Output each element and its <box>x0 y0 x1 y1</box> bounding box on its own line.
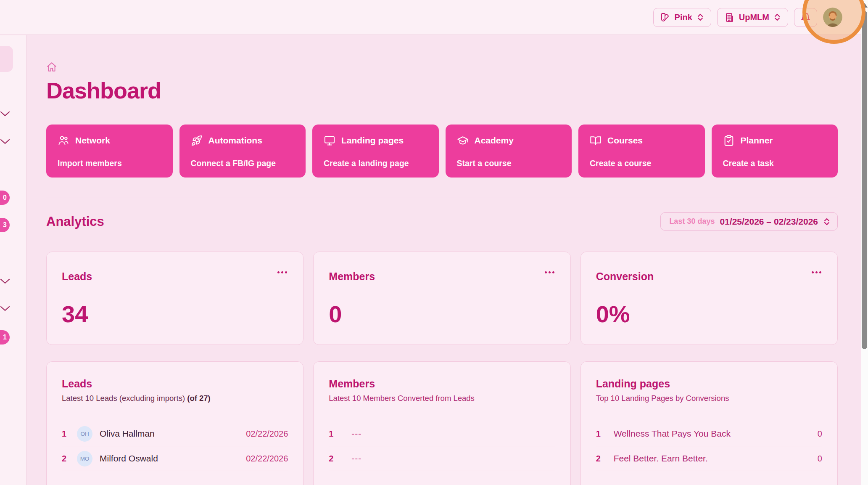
row-rank: 1 <box>62 429 74 439</box>
rocket-icon <box>191 135 203 146</box>
stat-value: 34 <box>62 300 288 328</box>
quick-action-courses[interactable]: Courses Create a course <box>578 125 705 178</box>
chevron-down-icon[interactable] <box>0 306 10 312</box>
conversion-count: 0 <box>818 429 822 439</box>
row-rank: 2 <box>329 454 341 464</box>
lead-date: 02/22/2026 <box>246 454 288 464</box>
row-rank: 2 <box>62 454 74 464</box>
notifications-button[interactable] <box>794 8 817 27</box>
lead-row[interactable]: 2 MO Milford Oswald 02/22/2026 <box>62 446 288 471</box>
chevron-down-icon[interactable] <box>0 139 10 145</box>
scrollbar-thumb[interactable] <box>862 11 867 349</box>
list-card-members: Members Latest 10 Members Converted from… <box>313 361 570 485</box>
stats-row: Leads 34 Members 0 Conversion 0% <box>46 252 838 345</box>
conversion-count: 0 <box>818 454 822 464</box>
chevron-updown-icon <box>773 13 781 21</box>
monitor-icon <box>324 135 335 146</box>
people-icon <box>58 135 69 146</box>
section-divider <box>46 198 838 198</box>
landing-page-name: Feel Better. Earn Better. <box>614 453 818 464</box>
workspace-selector-label: UpMLM <box>739 13 769 22</box>
quick-action-subtitle: Create a task <box>723 159 827 168</box>
initials-avatar: OH <box>77 426 92 442</box>
quick-action-planner[interactable]: Planner Create a task <box>712 125 838 178</box>
quick-actions-row: Network Import members Automations Conne… <box>46 125 838 178</box>
quick-action-title: Academy <box>475 135 514 146</box>
home-icon[interactable] <box>46 61 57 72</box>
top-header: Pink UpMLM <box>0 0 861 35</box>
stat-card-conversion: Conversion 0% <box>580 252 838 345</box>
clipboard-check-icon <box>723 135 735 146</box>
stat-card-leads: Leads 34 <box>46 252 303 345</box>
row-rank: 1 <box>329 429 341 439</box>
list-subtitle: Latest 10 Leads (excluding imports) (of … <box>62 394 288 403</box>
scroll-up-arrow-icon[interactable] <box>862 3 868 8</box>
member-placeholder: --- <box>351 453 555 464</box>
chevron-down-icon[interactable] <box>0 278 10 284</box>
lists-row: Leads Latest 10 Leads (excluding imports… <box>46 361 838 485</box>
open-book-icon <box>590 135 602 146</box>
quick-action-title: Planner <box>741 135 773 146</box>
chevron-updown-icon <box>823 217 831 226</box>
list-title: Leads <box>62 378 288 390</box>
stat-value: 0 <box>329 300 555 328</box>
stat-value: 0% <box>596 300 822 328</box>
chevron-updown-icon <box>697 13 704 21</box>
ellipsis-menu-icon[interactable] <box>276 270 289 275</box>
lead-name: Oliva Hallman <box>100 429 246 439</box>
stat-card-members: Members 0 <box>313 252 570 345</box>
list-card-landing-pages: Landing pages Top 10 Landing Pages by Co… <box>580 361 838 485</box>
chevron-down-icon[interactable] <box>0 111 10 117</box>
initials-avatar: MO <box>77 451 92 466</box>
sidebar-item-active[interactable] <box>0 46 13 72</box>
quick-action-academy[interactable]: Academy Start a course <box>446 125 572 178</box>
graduation-cap-icon <box>457 135 469 146</box>
lead-date: 02/22/2026 <box>246 429 288 439</box>
building-icon <box>724 12 735 23</box>
landing-page-row[interactable]: 2 Feel Better. Earn Better. 0 <box>596 446 822 471</box>
row-rank: 1 <box>596 429 609 439</box>
theme-selector-label: Pink <box>675 13 692 22</box>
list-subtitle: Top 10 Landing Pages by Conversions <box>596 394 822 403</box>
member-row: 2 --- <box>329 446 555 471</box>
member-placeholder: --- <box>351 429 555 439</box>
date-range-picker[interactable]: Last 30 days 01/25/2026 – 02/23/2026 <box>660 212 838 231</box>
quick-action-title: Landing pages <box>341 135 404 146</box>
quick-action-subtitle: Create a course <box>590 159 694 168</box>
quick-action-title: Automations <box>208 135 262 146</box>
quick-action-subtitle: Create a landing page <box>324 159 427 168</box>
main-content: Dashboard Network Import members <box>27 35 861 485</box>
date-range-value: 01/25/2026 – 02/23/2026 <box>720 217 818 227</box>
quick-action-landing-pages[interactable]: Landing pages Create a landing page <box>312 125 439 178</box>
workspace-selector-button[interactable]: UpMLM <box>717 8 788 27</box>
landing-page-row[interactable]: 1 Wellness That Pays You Back 0 <box>596 421 822 446</box>
row-rank: 2 <box>596 454 609 464</box>
quick-action-automations[interactable]: Automations Connect a FB/IG page <box>179 125 306 178</box>
analytics-heading: Analytics <box>46 214 104 229</box>
quick-action-network[interactable]: Network Import members <box>46 125 173 178</box>
list-card-leads: Leads Latest 10 Leads (excluding imports… <box>46 361 303 485</box>
sidebar-count-badge: 3 <box>0 218 10 232</box>
user-avatar[interactable] <box>823 8 842 27</box>
vertical-scrollbar[interactable] <box>861 0 868 485</box>
sidebar-count-badge: 0 <box>0 191 10 205</box>
ellipsis-menu-icon[interactable] <box>543 270 556 275</box>
quick-action-title: Network <box>75 135 110 146</box>
stat-title: Conversion <box>596 270 822 283</box>
page-title: Dashboard <box>46 77 838 103</box>
ellipsis-menu-icon[interactable] <box>810 270 823 275</box>
quick-action-subtitle: Connect a FB/IG page <box>191 159 295 168</box>
list-title: Landing pages <box>596 378 822 390</box>
member-row: 1 --- <box>329 421 555 446</box>
bell-icon <box>800 12 811 23</box>
landing-page-name: Wellness That Pays You Back <box>614 429 818 439</box>
lead-row[interactable]: 1 OH Oliva Hallman 02/22/2026 <box>62 421 288 446</box>
list-subtitle: Latest 10 Members Converted from Leads <box>329 394 555 403</box>
theme-selector-button[interactable]: Pink <box>653 8 711 27</box>
swatch-palette-icon <box>660 12 670 22</box>
lead-name: Milford Oswald <box>100 453 246 464</box>
stat-title: Members <box>329 270 555 283</box>
sidebar-count-badge: 1 <box>0 330 10 345</box>
stat-title: Leads <box>62 270 288 283</box>
left-sidebar: 0 3 1 <box>0 35 26 485</box>
